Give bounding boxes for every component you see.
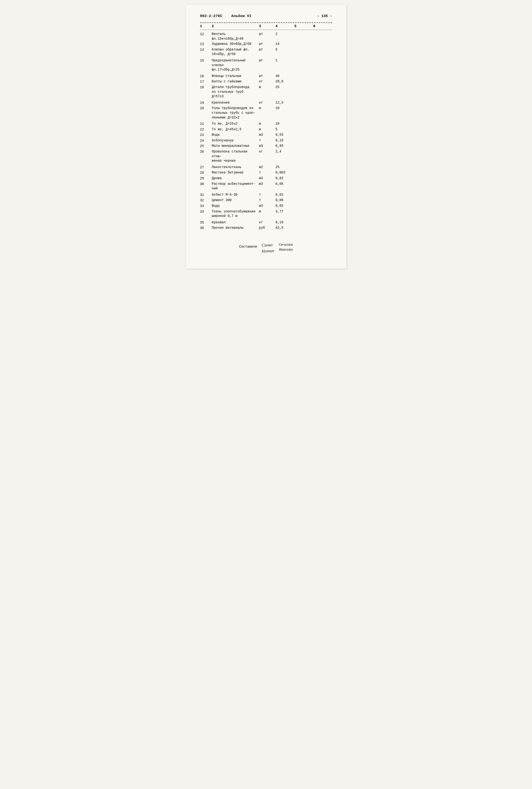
- row-number: 36: [200, 226, 212, 230]
- row-unit: т: [259, 198, 276, 203]
- row-unit: шт: [259, 32, 276, 37]
- row-qty: 5: [276, 127, 294, 132]
- row-qty: 0,02: [276, 193, 294, 197]
- column-headers: 1 2 3 4 5 6: [200, 23, 332, 29]
- row-unit: руб: [259, 226, 276, 230]
- col-header-3: 3: [259, 24, 276, 28]
- row-number: 21: [200, 121, 212, 127]
- row-number: 26: [200, 149, 212, 154]
- table-row: 25Маты минераловатныем30,95: [200, 144, 332, 149]
- row-qty: 3,77: [276, 209, 294, 214]
- row-unit: т: [259, 138, 276, 143]
- col-header-2: 2: [212, 24, 259, 28]
- row-name: Лакостеклоткань: [212, 165, 259, 170]
- row-unit: т: [259, 170, 276, 175]
- table-row: 23Водам30,55: [200, 133, 332, 137]
- row-unit: шт: [259, 74, 276, 79]
- table-row: 16Фланцы стальныешт46: [200, 74, 332, 79]
- row-qty: 0,05: [276, 182, 294, 186]
- row-qty: 0,02: [276, 176, 294, 181]
- row-unit: м: [259, 209, 276, 214]
- row-name: Ткань хлопчатобумажнаяшириной 0,7 м: [212, 209, 259, 219]
- table-row: 18Детали трубопроводаиз стальных труб Д=…: [200, 85, 332, 99]
- table-row: 20Узлы трубопроводов изстальных трубс с …: [200, 106, 332, 120]
- table-row: 30Раствор асбестоцемент-ныйм30,05: [200, 182, 332, 191]
- row-number: 31: [200, 193, 212, 198]
- table-row: 36Прочие материалыруб42,5: [200, 226, 332, 230]
- row-name: Задвижка 30ч6бр,Д=50: [212, 42, 259, 46]
- row-name: Болты с гайками: [212, 79, 259, 84]
- table-row: 31Асбест М-6-30т0,02: [200, 193, 332, 198]
- row-qty: 1: [276, 58, 294, 63]
- row-name: Крахмал: [212, 220, 259, 225]
- row-name: Узлы трубопроводов изстальных трубс с кр…: [212, 106, 259, 120]
- row-unit: шт: [259, 48, 276, 52]
- row-number: 14: [200, 48, 212, 52]
- row-qty: 42,5: [276, 226, 294, 230]
- row-number: 30: [200, 182, 212, 187]
- page: 902-2-276С Альбом VI - 135 - 1 2 3 4 5 6…: [186, 5, 346, 268]
- row-unit: шт: [259, 58, 276, 63]
- row-qty: 46: [276, 74, 294, 79]
- row-unit: кг: [259, 100, 276, 105]
- row-qty: 25: [276, 165, 294, 170]
- row-name: Вентиль фл.15кч16бр,Д=40: [212, 32, 259, 41]
- table-row: 29Дровам30,02: [200, 176, 332, 181]
- row-name: Проволока стальная отож-женая черная: [212, 149, 259, 163]
- col-header-4: 4: [276, 24, 294, 28]
- row-unit: м3: [259, 204, 276, 208]
- table-row: 22То же, Д=45х2,5м5: [200, 127, 332, 132]
- table-row: 34Ткань хлопчатобумажнаяшириной 0,7 мм3,…: [200, 209, 332, 219]
- row-number: 32: [200, 198, 212, 203]
- table-row: 33Водам30,05: [200, 204, 332, 209]
- row-name: Маты минераловатные: [212, 144, 259, 148]
- row-unit: кг: [259, 149, 276, 154]
- page-header: 902-2-276С Альбом VI - 135 -: [200, 14, 332, 18]
- row-unit: м3: [259, 133, 276, 137]
- row-unit: кг: [259, 79, 276, 84]
- table-row: 12Вентиль фл.15кч16бр,Д=40шт2: [200, 32, 332, 41]
- row-unit: м3: [259, 176, 276, 181]
- row-name: Раствор асбестоцемент-ный: [212, 182, 259, 191]
- table-row: 28Мастика битумнаят0,003: [200, 170, 332, 175]
- row-qty: 5: [276, 48, 294, 52]
- row-qty: 0,19: [276, 220, 294, 225]
- row-qty: 2: [276, 32, 294, 37]
- row-qty: 2,4: [276, 149, 294, 154]
- table-row: 35Крахмалкг0,19: [200, 220, 332, 225]
- row-unit: кг: [259, 220, 276, 225]
- row-qty: 0,003: [276, 170, 294, 175]
- table-row: 19Креплениякг12,5: [200, 100, 332, 106]
- row-unit: м3: [259, 144, 276, 148]
- doc-number: 902-2-276С Альбом VI: [200, 14, 252, 18]
- row-unit: м: [259, 121, 276, 126]
- row-number: 33: [200, 204, 212, 209]
- row-number: 28: [200, 170, 212, 175]
- table-row: 13Задвижка 30ч6бр,Д=50шт14: [200, 42, 332, 47]
- sig1-name: Сичкова: [279, 242, 293, 247]
- col-header-1: 1: [200, 24, 212, 28]
- row-name: Фланцы стальные: [212, 74, 259, 79]
- row-name: Детали трубопроводаиз стальных труб Д=57…: [212, 85, 259, 99]
- row-qty: 25: [276, 85, 294, 90]
- row-name: Асбопухшнур: [212, 138, 259, 143]
- row-number: 17: [200, 79, 212, 84]
- row-qty: 0,06: [276, 198, 294, 203]
- row-unit: м: [259, 85, 276, 90]
- signature-block: Сичко Нотин: [262, 242, 274, 255]
- row-qty: 10: [276, 106, 294, 111]
- table-row: 21То же, Д=25х2м10: [200, 121, 332, 127]
- row-number: 35: [200, 220, 212, 225]
- signature-scripts: Сичко Нотин: [262, 242, 274, 255]
- row-unit: м3: [259, 182, 276, 186]
- table-row: 14Клапан обратный фл.16ч4бр, Д=50шт5: [200, 48, 332, 57]
- signature-names: Сичкова Иванова: [279, 242, 293, 252]
- col-header-6: 6: [313, 24, 332, 28]
- table-body: 12Вентиль фл.15кч16бр,Д=40шт213Задвижка …: [200, 32, 332, 230]
- col-header-5: 5: [294, 24, 313, 28]
- row-name: То же, Д=45х2,5: [212, 127, 259, 132]
- row-number: 22: [200, 127, 212, 132]
- row-qty: 0,05: [276, 204, 294, 208]
- row-unit: т: [259, 193, 276, 197]
- row-qty: 14: [276, 42, 294, 46]
